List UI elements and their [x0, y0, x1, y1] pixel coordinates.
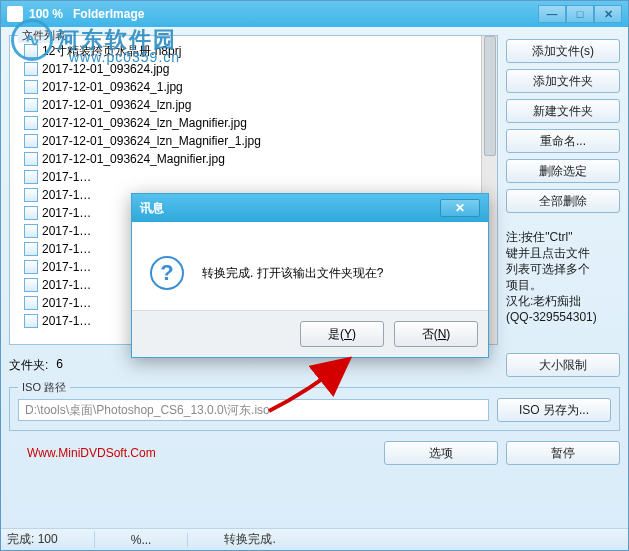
dialog-titlebar[interactable]: 讯息 ✕ [132, 194, 488, 222]
question-icon: ? [150, 256, 184, 290]
rename-button[interactable]: 重命名... [506, 129, 620, 153]
file-name: 2017-1… [42, 188, 91, 202]
file-name: 2017-1… [42, 224, 91, 238]
pause-button[interactable]: 暂停 [506, 441, 620, 465]
file-icon [24, 242, 38, 256]
file-name: 2017-1… [42, 170, 91, 184]
file-icon [24, 278, 38, 292]
file-name: 2017-1… [42, 206, 91, 220]
file-icon [24, 44, 38, 58]
file-name: 2017-1… [42, 242, 91, 256]
maximize-button[interactable]: □ [566, 5, 594, 23]
file-list-label: 文件列表 [18, 28, 70, 43]
folders-label: 文件夹: [9, 357, 48, 374]
file-name: 2017-12-01_093624.jpg [42, 62, 169, 76]
minimize-button[interactable]: — [538, 5, 566, 23]
tip-text: 注:按住"Ctrl" 键并且点击文件 列表可选择多个 项目。 汉化:老朽痴拙 (… [506, 229, 620, 325]
file-icon [24, 296, 38, 310]
iso-path-panel: ISO 路径 ISO 另存为... [9, 387, 620, 431]
file-name: 2017-1… [42, 314, 91, 328]
close-button[interactable]: ✕ [594, 5, 622, 23]
file-name: 12寸精装跨页水晶册.n8prj [42, 43, 181, 60]
delete-all-button[interactable]: 全部删除 [506, 189, 620, 213]
dialog-body: ? 转换完成. 打开该输出文件夹现在? [132, 222, 488, 310]
new-folder-button[interactable]: 新建文件夹 [506, 99, 620, 123]
title-percent: 100 % [29, 7, 63, 21]
add-files-button[interactable]: 添加文件(s) [506, 39, 620, 63]
delete-selected-button[interactable]: 删除选定 [506, 159, 620, 183]
file-name: 2017-1… [42, 260, 91, 274]
list-item[interactable]: 2017-12-01_093624_lzn.jpg [14, 96, 493, 114]
file-icon [24, 98, 38, 112]
list-item[interactable]: 12寸精装跨页水晶册.n8prj [14, 42, 493, 60]
dialog-buttons: 是(Y) 否(N) [132, 310, 488, 357]
dialog-yes-button[interactable]: 是(Y) [300, 321, 384, 347]
file-icon [24, 80, 38, 94]
footer-row: Www.MiniDVDSoft.Com 选项 暂停 [9, 441, 620, 465]
app-title: FolderImage [73, 7, 538, 21]
folders-value: 6 [56, 357, 63, 374]
list-item[interactable]: 2017-12-01_093624_Magnifier.jpg [14, 150, 493, 168]
iso-save-as-button[interactable]: ISO 另存为... [497, 398, 611, 422]
list-item[interactable]: 2017-12-01_093624.jpg [14, 60, 493, 78]
dialog-close-button[interactable]: ✕ [440, 199, 480, 217]
iso-label: ISO 路径 [18, 380, 70, 395]
list-item[interactable]: 2017-12-01_093624_lzn_Magnifier.jpg [14, 114, 493, 132]
file-name: 2017-12-01_093624_lzn.jpg [42, 98, 191, 112]
scrollbar-thumb[interactable] [484, 36, 496, 156]
file-name: 2017-1… [42, 296, 91, 310]
file-name: 2017-12-01_093624_Magnifier.jpg [42, 152, 225, 166]
file-icon [24, 152, 38, 166]
iso-path-input[interactable] [18, 399, 489, 421]
add-folder-button[interactable]: 添加文件夹 [506, 69, 620, 93]
file-name: 2017-12-01_093624_lzn_Magnifier.jpg [42, 116, 247, 130]
file-name: 2017-1… [42, 278, 91, 292]
file-icon [24, 134, 38, 148]
vendor-url: Www.MiniDVDSoft.Com [9, 446, 376, 460]
options-button[interactable]: 选项 [384, 441, 498, 465]
dialog-no-button[interactable]: 否(N) [394, 321, 478, 347]
app-window: 100 % FolderImage — □ ✕ ∿ 河东软件园 www.pc03… [0, 0, 629, 551]
titlebar[interactable]: 100 % FolderImage — □ ✕ [1, 1, 628, 27]
dialog-message: 转换完成. 打开该输出文件夹现在? [202, 265, 383, 282]
side-buttons: 添加文件(s) 添加文件夹 新建文件夹 重命名... 删除选定 全部删除 注:按… [506, 35, 620, 345]
message-dialog: 讯息 ✕ ? 转换完成. 打开该输出文件夹现在? 是(Y) 否(N) [131, 193, 489, 358]
file-icon [24, 260, 38, 274]
file-name: 2017-12-01_093624_1.jpg [42, 80, 183, 94]
file-icon [24, 170, 38, 184]
window-controls: — □ ✕ [538, 5, 622, 23]
dialog-title: 讯息 [140, 200, 164, 217]
file-icon [24, 188, 38, 202]
app-icon [7, 6, 23, 22]
file-icon [24, 62, 38, 76]
file-icon [24, 314, 38, 328]
list-item[interactable]: 2017-12-01_093624_lzn_Magnifier_1.jpg [14, 132, 493, 150]
file-icon [24, 206, 38, 220]
status-message: 转换完成. [224, 531, 275, 548]
list-item[interactable]: 2017-12-01_093624_1.jpg [14, 78, 493, 96]
list-item[interactable]: 2017-1… [14, 168, 493, 186]
file-icon [24, 116, 38, 130]
file-name: 2017-12-01_093624_lzn_Magnifier_1.jpg [42, 134, 261, 148]
status-bar: 完成: 100 %... 转换完成. [1, 528, 628, 550]
file-icon [24, 224, 38, 238]
size-limit-button[interactable]: 大小限制 [506, 353, 620, 377]
